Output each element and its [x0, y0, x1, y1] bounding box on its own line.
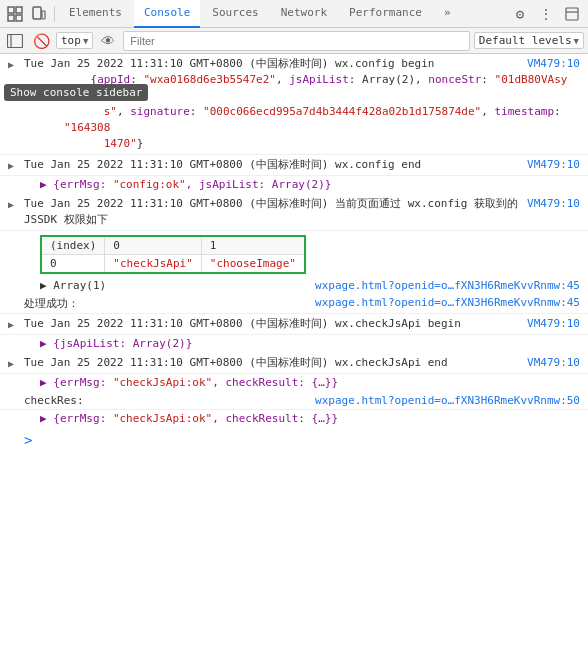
success-source[interactable]: wxpage.html?openid=o…fXN3H6RmeKvvRnmw:45: [315, 296, 580, 311]
svg-rect-1: [16, 7, 22, 13]
tab-more[interactable]: »: [434, 0, 461, 28]
array-source[interactable]: wxpage.html?openid=o…fXN3H6RmeKvvRnmw:45: [315, 279, 580, 292]
chevron-down-icon-levels: ▼: [574, 36, 579, 46]
log-source[interactable]: VM479:10: [527, 56, 580, 72]
expand-toggle: ▶: [8, 197, 14, 213]
separator: [54, 6, 55, 22]
log-text: Tue Jan 25 2022 11:31:10 GMT+0800 (中国标准时…: [24, 196, 519, 228]
expand-toggle: ▶: [8, 158, 14, 174]
chevron-down-icon: ▼: [83, 36, 88, 46]
table-cell-1: "chooseImage": [201, 255, 305, 274]
checkres-label: checkRes:: [24, 394, 84, 407]
more-icon[interactable]: ⋮: [534, 2, 558, 26]
checkres-source[interactable]: wxpage.html?openid=o…fXN3H6RmeKvvRnmw:50: [315, 394, 580, 407]
svg-rect-2: [8, 15, 14, 21]
sub-entry: ▶ {errMsg: "checkJsApi:ok", checkResult:…: [0, 374, 588, 392]
tab-sources[interactable]: Sources: [202, 0, 268, 28]
log-text: Tue Jan 25 2022 11:31:10 GMT+0800 (中国标准时…: [24, 316, 519, 332]
array-row: ▶ Array(1) wxpage.html?openid=o…fXN3H6Rm…: [0, 278, 588, 294]
tab-network[interactable]: Network: [271, 0, 337, 28]
log-text: Tue Jan 25 2022 11:31:10 GMT+0800 (中国标准时…: [24, 355, 519, 371]
sidebar-tooltip: Show console sidebar: [4, 84, 148, 101]
log-source[interactable]: VM479:10: [527, 355, 580, 371]
svg-rect-0: [8, 7, 14, 13]
sub-entry: ▶ {errMsg: "checkJsApi:ok", checkResult:…: [0, 410, 588, 428]
sub-entry: ▶ {jsApiList: Array(2)}: [0, 335, 588, 353]
tab-performance[interactable]: Performance: [339, 0, 432, 28]
top-context-select[interactable]: top ▼: [56, 32, 93, 49]
log-entry[interactable]: ▶ Tue Jan 25 2022 11:31:10 GMT+0800 (中国标…: [0, 194, 588, 231]
table-cell-index: 0: [41, 255, 105, 274]
devtools-toolbar: Elements Console Sources Network Perform…: [0, 0, 588, 28]
success-entry: 处理成功： wxpage.html?openid=o…fXN3H6RmeKvvR…: [0, 294, 588, 314]
eye-icon[interactable]: 👁: [97, 30, 119, 52]
log-text: Tue Jan 25 2022 11:31:10 GMT+0800 (中国标准时…: [24, 157, 519, 173]
expand-toggle: ▶: [8, 57, 14, 73]
toolbar-right-icons: ⚙ ⋮: [508, 2, 584, 26]
log-entry[interactable]: ▶ Tue Jan 25 2022 11:31:10 GMT+0800 (中国标…: [0, 314, 588, 335]
inspect-icon[interactable]: [4, 3, 26, 25]
log-table-wrap: (index) 0 1 0 "checkJsApi" "chooseImage": [0, 231, 588, 278]
log-source[interactable]: VM479:10: [527, 196, 580, 212]
log-entry[interactable]: ▶ Tue Jan 25 2022 11:31:10 GMT+0800 (中国标…: [0, 353, 588, 374]
undock-icon[interactable]: [560, 2, 584, 26]
table-header-0: 0: [105, 236, 201, 255]
success-label: 处理成功：: [24, 296, 79, 311]
log-line: Tue Jan 25 2022 11:31:10 GMT+0800 (中国标准时…: [24, 157, 580, 173]
log-entry[interactable]: ▶ Tue Jan 25 2022 11:31:10 GMT+0800 (中国标…: [0, 155, 588, 176]
table-header-1: 1: [201, 236, 305, 255]
log-source[interactable]: VM479:10: [527, 316, 580, 332]
checkres-entry: checkRes: wxpage.html?openid=o…fXN3H6Rme…: [0, 392, 588, 410]
clear-console-icon[interactable]: 🚫: [30, 30, 52, 52]
tab-elements[interactable]: Elements: [59, 0, 132, 28]
svg-rect-5: [42, 11, 45, 19]
svg-rect-4: [33, 7, 41, 19]
table-cell-0: "checkJsApi": [105, 255, 201, 274]
expand-toggle: ▶: [8, 317, 14, 333]
console-toolbar: Show console sidebar 🚫 top ▼ 👁 Default l…: [0, 28, 588, 54]
tab-console[interactable]: Console: [134, 0, 200, 28]
array-label[interactable]: ▶ Array(1): [40, 279, 106, 292]
log-source[interactable]: VM479:10: [527, 157, 580, 173]
log-text: Tue Jan 25 2022 11:31:10 GMT+0800 (中国标准时…: [24, 56, 519, 72]
log-line: Tue Jan 25 2022 11:31:10 GMT+0800 (中国标准时…: [24, 316, 580, 332]
svg-rect-3: [16, 15, 22, 21]
filter-input[interactable]: [123, 31, 470, 51]
log-line: Tue Jan 25 2022 11:31:10 GMT+0800 (中国标准时…: [24, 56, 580, 72]
table-row: 0 "checkJsApi" "chooseImage": [41, 255, 305, 274]
console-area: ▶ Tue Jan 25 2022 11:31:10 GMT+0800 (中国标…: [0, 54, 588, 648]
console-prompt[interactable]: >: [0, 428, 588, 452]
settings-icon[interactable]: ⚙: [508, 2, 532, 26]
svg-rect-6: [566, 8, 578, 20]
sidebar-toggle-icon[interactable]: [4, 30, 26, 52]
default-levels-select[interactable]: Default levels ▼: [474, 32, 584, 49]
sub-entry: ▶ {errMsg: "config:ok", jsApiList: Array…: [0, 176, 588, 194]
jsapi-table: (index) 0 1 0 "checkJsApi" "chooseImage": [40, 235, 306, 274]
svg-rect-7: [8, 34, 23, 47]
log-line: Tue Jan 25 2022 11:31:10 GMT+0800 (中国标准时…: [24, 355, 580, 371]
log-line: Tue Jan 25 2022 11:31:10 GMT+0800 (中国标准时…: [24, 196, 580, 228]
expand-toggle: ▶: [8, 356, 14, 372]
table-header-index: (index): [41, 236, 105, 255]
device-toggle-icon[interactable]: [28, 3, 50, 25]
log-entry[interactable]: ▶ Tue Jan 25 2022 11:31:10 GMT+0800 (中国标…: [0, 54, 588, 155]
